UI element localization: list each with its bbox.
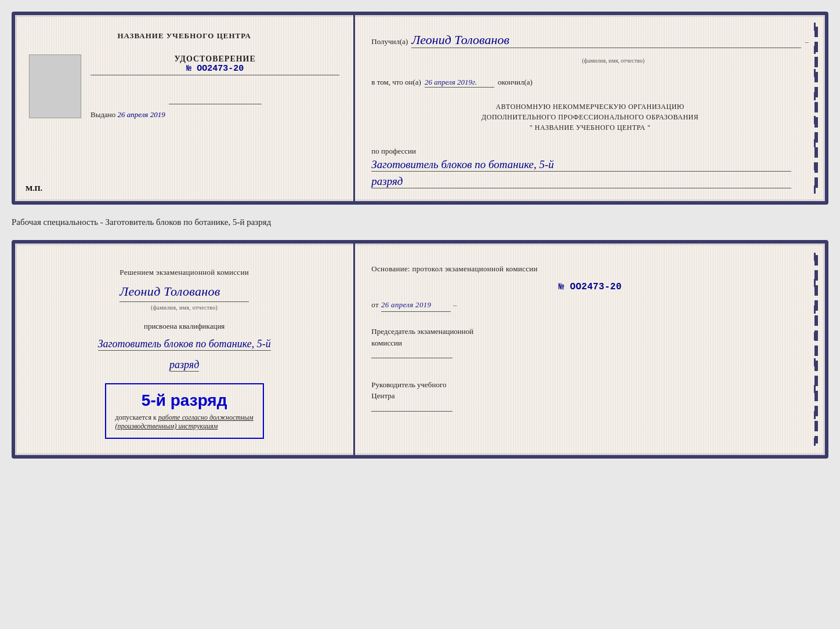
edge-dash-b8 [814,438,816,446]
resheniem-block: Решением экзаменационной комиссии Леонид… [120,267,249,312]
specialty-label: Рабочая специальность - Заготовитель бло… [12,215,828,230]
top-center-title: НАЗВАНИЕ УЧЕБНОГО ЦЕНТРА [117,31,251,41]
avtonom-line3: " НАЗВАНИЕ УЧЕБНОГО ЦЕНТРА " [371,122,809,133]
bottom-card: Решением экзаменационной комиссии Леонид… [12,240,828,459]
dopuskaetsya-prefix: допускается к [115,413,157,421]
edge-dash-8 [814,186,816,194]
document-container: НАЗВАНИЕ УЧЕБНОГО ЦЕНТРА УДОСТОВЕРЕНИЕ №… [12,12,828,459]
ot-dash: – [453,299,457,311]
vydano-label: Выдано [90,110,115,119]
fio-sublabel-bottom: (фамилия, имя, отчество) [120,303,249,312]
edge-dash-5 [814,116,816,124]
udostoverenie-title: УДОСТОВЕРЕНИЕ [90,54,339,64]
osnovanie-label: Основание: протокол экзаменационной коми… [371,263,809,275]
bottom-card-left: Решением экзаменационной комиссии Леонид… [15,243,355,455]
edge-dash-b2 [814,279,816,287]
fio-sublabel-top: (фамилия, имя, отчество) [418,57,809,64]
name-handwritten-bottom: Леонид Толованов [120,281,249,302]
poluchil-label: Получил(а) [371,37,408,46]
avtonom-block: АВТОНОМНУЮ НЕКОММЕРЧЕСКУЮ ОРГАНИЗАЦИЮ ДО… [371,101,809,133]
profession-handwritten-bottom: Заготовитель блоков по ботанике, 5-й [98,338,271,351]
po-professii-block: по профессии Заготовитель блоков по бота… [371,147,809,188]
dopuskaetsya-italic: работе согласно должностным [158,413,254,421]
highlight-box: 5-й разряд допускается к работе согласно… [105,383,264,439]
avtonom-line2: ДОПОЛНИТЕЛЬНОГО ПРОФЕССИОНАЛЬНОГО ОБРАЗО… [371,112,809,122]
rukovoditel-line2: Центра [371,390,809,402]
bottom-card-right: Основание: протокол экзаменационной коми… [355,243,825,455]
rukovoditel-block: Руководитель учебного Центра [371,379,809,415]
dopuskaetsya-italic2: (производственным) инструкциям [115,422,218,430]
edge-dash-b3 [814,306,816,314]
prisvoena-label: присвоена квалификация [144,322,225,331]
avtonom-line1: АВТОНОМНУЮ НЕКОММЕРЧЕСКУЮ ОРГАНИЗАЦИЮ [371,101,809,112]
edge-dash-b4 [814,332,816,340]
edge-dash-b7 [814,411,816,419]
top-card: НАЗВАНИЕ УЧЕБНОГО ЦЕНТРА УДОСТОВЕРЕНИЕ №… [12,12,828,205]
edge-dash-b5 [814,358,816,366]
razryad-handwritten-bottom: разряд [169,359,199,372]
osnovanie-block: Основание: протокол экзаменационной коми… [371,263,809,312]
edge-dash-1 [814,23,816,31]
ot-date: 26 апреля 2019 [381,299,451,312]
edge-dash-b6 [814,385,816,393]
edge-dash-3 [814,69,816,77]
signature-line-top [169,87,262,104]
protocol-number: № OO2473-20 [371,280,809,295]
predsedatel-sig-line [371,358,452,358]
edge-dash-4 [814,92,816,100]
edge-dash-b1 [814,253,816,261]
edge-dash-6 [814,139,816,147]
okonchil-label: окончил(а) [498,78,533,87]
mp-label: М.П. [26,184,42,193]
prisvoena-block: присвоена квалификация [144,322,225,331]
top-card-right: Получил(а) Леонид Толованов – (фамилия, … [355,15,825,201]
profession-handwritten-top: Заготовитель блоков по ботанике, 5-й [371,158,791,172]
poluchil-row: Получил(а) Леонид Толованов – [371,32,809,48]
edge-dash-2 [814,46,816,54]
right-edge-decoration-bottom [810,243,820,455]
udostoverenie-number: № OO2473-20 [90,64,339,75]
edge-dash-7 [814,162,816,170]
resheniem-label: Решением экзаменационной комиссии [120,267,249,279]
rukovoditel-sig-line [371,411,452,412]
udostoverenie-block: УДОСТОВЕРЕНИЕ № OO2473-20 [90,54,339,75]
vydano-line: Выдано 26 апреля 2019 [90,110,339,119]
date-handwritten-top: 26 апреля 2019г. [425,78,494,88]
v-tom-label: в том, что он(а) [371,78,421,87]
razryad-handwritten-top: разряд [371,175,791,188]
name-handwritten-top: Леонид Толованов [411,32,801,48]
po-professii-label: по профессии [371,147,416,155]
photo-placeholder [29,54,81,118]
dopuskaetsya-text: допускается к работе согласно должностны… [115,413,254,431]
top-card-left: НАЗВАНИЕ УЧЕБНОГО ЦЕНТРА УДОСТОВЕРЕНИЕ №… [15,15,355,201]
dash-right: – [805,37,809,46]
predsedatel-line1: Председатель экзаменационной [371,326,809,337]
rukovoditel-line1: Руководитель учебного [371,379,809,391]
highlight-number: 5-й разряд [115,391,254,410]
ot-date-row: от 26 апреля 2019 – [371,299,809,312]
v-tom-row: в том, что он(а) 26 апреля 2019г. окончи… [371,78,809,88]
ot-label: от [371,299,379,311]
vydano-date: 26 апреля 2019 [118,110,165,119]
predsedatel-line2: комиссии [371,337,809,349]
right-edge-decoration [810,15,820,201]
predsedatel-block: Председатель экзаменационной комиссии [371,326,809,362]
